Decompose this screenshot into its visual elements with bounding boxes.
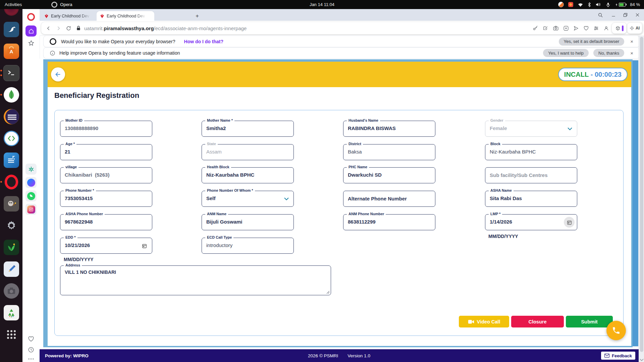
recycle-app-icon[interactable]: [3, 305, 19, 321]
sidebar-messenger-icon[interactable]: [22, 177, 40, 188]
opera-dock-icon[interactable]: [3, 174, 19, 190]
back-nav-icon[interactable]: [46, 25, 51, 31]
lock-icon[interactable]: [76, 25, 81, 31]
window-close-button[interactable]: [635, 9, 640, 21]
video-call-button[interactable]: Video Call: [459, 316, 509, 327]
mother-id-field[interactable]: Mother ID 130888888890: [60, 121, 152, 137]
settings-gear-icon[interactable]: [3, 218, 19, 234]
health-block-field[interactable]: Health Block Niz-Kaurbaha BPHC: [202, 167, 294, 183]
close-element-icon[interactable]: [563, 25, 569, 31]
edd-date-field[interactable]: EDD * 10/21/2026: [60, 238, 152, 254]
pencil-app-icon[interactable]: [3, 261, 19, 277]
sidebar-home-workspace[interactable]: [22, 25, 40, 37]
profile-icon[interactable]: [603, 25, 609, 31]
ecd-call-type-field[interactable]: ECD Call Type introductory: [202, 238, 294, 254]
block-field[interactable]: Block Niz-Kaurbaha BPHC: [485, 144, 577, 160]
closure-button[interactable]: Closure: [511, 316, 564, 327]
remote-desktop-icon[interactable]: [3, 130, 19, 146]
phone-number-field[interactable]: Phone Number * 7353053415: [60, 191, 152, 207]
village-field[interactable]: village Chikanibari (5263): [60, 167, 152, 183]
phone-of-whom-select[interactable]: Phone Number Of Whom * Self: [202, 191, 294, 207]
banner-close-icon[interactable]: ×: [629, 50, 635, 56]
bookmark-heart-icon[interactable]: [583, 25, 589, 31]
resize-handle-icon[interactable]: [326, 291, 330, 294]
state-field[interactable]: State Assam: [202, 144, 294, 160]
mother-name-field[interactable]: Mother Name * Smitha2: [202, 121, 294, 137]
banner-close-icon[interactable]: ×: [629, 39, 635, 44]
tab-search-button[interactable]: [598, 9, 603, 21]
gender-select[interactable]: Gender Female: [485, 121, 577, 137]
page-scrollbar-thumb[interactable]: [633, 60, 638, 346]
window-maximize-button[interactable]: [623, 9, 628, 21]
usage-accept-button[interactable]: Yes, I want to help: [543, 49, 589, 57]
libreoffice-writer-icon[interactable]: [3, 152, 19, 168]
sub-facility-field[interactable]: Sub facility/Sub Centres: [485, 167, 577, 183]
submit-button[interactable]: Submit: [566, 316, 613, 327]
mysql-workbench-icon[interactable]: [3, 21, 19, 38]
browser-scrollbar[interactable]: [639, 36, 644, 362]
software-store-icon[interactable]: A: [3, 43, 19, 59]
district-field[interactable]: District Baksa: [343, 144, 435, 160]
window-minimize-button[interactable]: [611, 9, 616, 21]
anm-name-field[interactable]: ANM Name Bijuli Goswami: [202, 214, 294, 230]
aria-ai-button[interactable]: AI: [627, 23, 642, 34]
sidebar-star-icon[interactable]: [22, 40, 40, 47]
scroll-down-arrow-icon[interactable]: [640, 359, 644, 361]
set-default-browser-button[interactable]: Yes, set it as default browser: [559, 38, 625, 46]
age-field[interactable]: Age * 21: [60, 144, 152, 160]
usage-decline-button[interactable]: No, thanks: [593, 49, 624, 57]
sidebar-history-clock-icon[interactable]: [22, 347, 40, 353]
share-send-icon[interactable]: [573, 25, 579, 31]
tab-early-childhood-1[interactable]: Early Childhood Dev: [41, 11, 94, 21]
asha-name-field[interactable]: ASHA Name Sita Rabi Das: [485, 191, 577, 207]
feedback-button[interactable]: Feedback: [601, 352, 635, 360]
clock[interactable]: Jan 14 11:04: [0, 2, 644, 7]
panel-notification-bar: [622, 25, 624, 31]
calendar-icon[interactable]: [139, 240, 150, 251]
anm-phone-field[interactable]: ANM Phone Number 8638112299: [343, 214, 435, 230]
reader-settings-icon[interactable]: [593, 25, 599, 31]
sidebar-heart-icon[interactable]: [22, 336, 40, 342]
sidebar-panel-toggle[interactable]: [612, 23, 627, 34]
mongodb-icon[interactable]: [3, 87, 19, 103]
edit-page-icon[interactable]: [543, 25, 548, 31]
green-plant-app-icon[interactable]: [3, 239, 19, 255]
eclipse-icon[interactable]: [3, 109, 19, 125]
new-tab-button[interactable]: +: [193, 12, 201, 20]
phc-name-field[interactable]: PHC Name Dwarkuchi SD: [343, 167, 435, 183]
app-grid-icon[interactable]: [3, 326, 19, 343]
page-scrollbar[interactable]: [633, 59, 638, 347]
url-text[interactable]: uatamrit.piramalswasthya.org/ecd/associa…: [84, 25, 247, 31]
calendar-icon[interactable]: [564, 217, 575, 228]
sidebar-more-dots-icon[interactable]: [22, 358, 40, 360]
call-fab-button[interactable]: [606, 321, 626, 340]
tray-app2-icon[interactable]: [568, 2, 573, 7]
password-key-icon[interactable]: [533, 25, 538, 31]
reload-icon[interactable]: [66, 25, 71, 31]
chevron-down-icon[interactable]: [283, 195, 290, 202]
snapshot-camera-icon[interactable]: [553, 25, 559, 31]
sidebar-whatsapp-icon[interactable]: [22, 190, 40, 201]
sidebar-instagram-icon[interactable]: [22, 204, 40, 215]
tray-app-icon[interactable]: [558, 2, 564, 7]
browser-scrollbar-thumb[interactable]: [640, 37, 643, 352]
address-bar[interactable]: uatamrit.piramalswasthya.org/ecd/associa…: [41, 22, 643, 34]
alternate-phone-field[interactable]: Alternate Phone Number: [343, 191, 435, 207]
husband-name-field[interactable]: Husband's Name RABINDRA BISWAS: [343, 121, 435, 137]
back-button[interactable]: [51, 67, 65, 81]
address-textarea[interactable]: Address VILL 1 NO CHIKNIBARI: [60, 265, 331, 295]
partial-app-icon[interactable]: [4, 9, 19, 16]
opera-menu-button[interactable]: [22, 13, 40, 21]
info-icon: [50, 50, 55, 56]
camera-app-icon[interactable]: [3, 283, 19, 299]
paint-app-icon[interactable]: [3, 196, 19, 212]
asha-phone-field[interactable]: ASHA Phone Number 9678622948: [60, 214, 152, 230]
chevron-down-icon[interactable]: [566, 125, 574, 132]
forward-nav-icon[interactable]: [56, 25, 61, 31]
terminal-icon[interactable]: [3, 65, 19, 81]
lmp-date-field[interactable]: LMP * 1/14/2026: [485, 214, 577, 230]
how-do-i-link[interactable]: How do I do that?: [184, 39, 223, 44]
tab-early-childhood-2-active[interactable]: Early Childhood Dev: [97, 11, 154, 21]
sidebar-chatgpt-icon[interactable]: [22, 164, 40, 175]
system-tray[interactable]: 84 %: [558, 0, 640, 9]
